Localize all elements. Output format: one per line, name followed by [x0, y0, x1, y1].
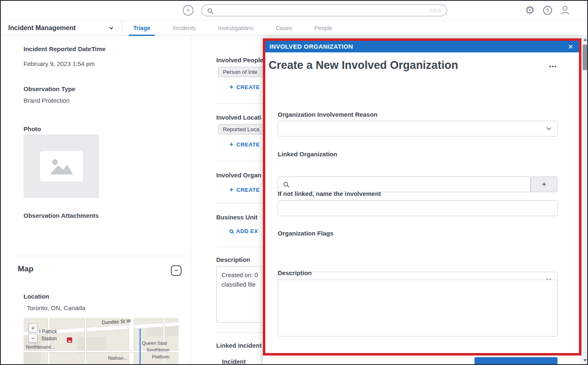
location-label: Location — [24, 293, 50, 300]
modal-header: INVOLVED ORGANIZATION × — [265, 40, 579, 52]
linked-incident-label: Linked Incident — [216, 342, 262, 349]
incident-reported-label: Incident Reported DateTime — [24, 45, 106, 52]
photo-label: Photo — [24, 125, 41, 132]
left-panel-divider — [14, 256, 186, 256]
search-icon — [283, 182, 288, 186]
create-involved-location-link[interactable]: + CREATE — [229, 141, 260, 148]
modal-description-label: Description — [278, 269, 312, 276]
map-road-university — [129, 318, 134, 364]
plus-icon: + — [542, 180, 546, 189]
incident-reported-value: February 9, 2023 1:54 pm — [24, 60, 95, 67]
tab-triage[interactable]: Triage — [122, 21, 161, 35]
modal-submit-button[interactable] — [475, 357, 557, 365]
map-section-title: Map — [18, 264, 33, 273]
minus-icon: − — [174, 267, 178, 274]
image-placeholder-icon — [40, 151, 83, 181]
involved-organizations-label: Involved Organ — [216, 172, 261, 179]
linked-organization-label: Linked Organization — [278, 151, 337, 158]
add-existing-business-unit-link[interactable]: ADD EX — [229, 228, 258, 234]
tab-incidents[interactable]: Incidents — [161, 21, 207, 35]
involved-locations-label: Involved Locati — [216, 114, 261, 121]
description-label: Description — [216, 256, 250, 263]
involvement-reason-select[interactable] — [278, 121, 557, 137]
map-label-nathan: Nathan... — [108, 356, 128, 360]
plus-icon: + — [229, 186, 234, 193]
zoom-in-button[interactable]: + — [28, 323, 38, 332]
map-street-label: Dundas St W — [102, 318, 131, 325]
location-map[interactable]: Dundas St W t Patrick Station Northbound… — [24, 318, 179, 364]
question-glyph: ? — [546, 7, 549, 14]
chevron-down-icon — [109, 25, 113, 29]
plus-icon: + — [186, 6, 190, 14]
modal-description-textarea[interactable] — [278, 280, 557, 337]
person-icon[interactable] — [560, 5, 571, 17]
search-options-icon[interactable] — [428, 9, 441, 12]
global-search[interactable] — [201, 4, 447, 16]
modal-title: Create a New Involved Organization — [269, 59, 458, 72]
app-navbar: Incident Management Triage Incidents Inv… — [0, 21, 588, 36]
topbar: + ⚙ ? — [0, 0, 588, 21]
observation-type-label: Observation Type — [24, 85, 76, 92]
not-linked-label: If not linked, name the involvement — [278, 190, 381, 197]
linked-incident-sub-label: Incident — [222, 358, 246, 365]
global-search-input[interactable] — [216, 7, 424, 14]
map-station-label: Station — [41, 336, 57, 341]
add-organization-button[interactable]: + — [531, 177, 557, 192]
scroll-down-icon[interactable] — [583, 359, 587, 362]
observation-type-value: Brand Protection — [24, 97, 70, 104]
column-divider — [191, 36, 191, 365]
create-involved-organization-link[interactable]: + CREATE — [229, 186, 260, 193]
search-icon — [229, 229, 233, 233]
map-road — [85, 318, 87, 364]
ttc-station-icon — [67, 337, 72, 343]
tab-bar: Triage Incidents Investigations Cases Pe… — [122, 21, 343, 35]
map-label-queen: Queen Stati — [142, 341, 167, 346]
tab-investigations[interactable]: Investigations — [207, 21, 264, 35]
more-options-icon[interactable]: ••• — [549, 63, 557, 69]
tab-cases[interactable]: Cases — [264, 21, 303, 35]
photo-thumbnail[interactable] — [24, 134, 99, 198]
map-transit-line — [139, 329, 141, 364]
involved-people-label: Involved People — [216, 57, 263, 64]
involved-organization-modal: INVOLVED ORGANIZATION × Create a New Inv… — [263, 38, 581, 365]
chevron-down-icon — [546, 125, 551, 130]
modal-header-title: INVOLVED ORGANIZATION — [269, 43, 353, 50]
help-icon[interactable]: ? — [543, 6, 552, 15]
zoom-out-button[interactable]: − — [28, 334, 38, 343]
organization-flags-label: Organization Flags — [278, 230, 333, 237]
location-value: Toronto, ON, Canada — [27, 304, 85, 311]
scrollbar-thumb[interactable] — [583, 45, 587, 70]
map-collapse-button[interactable]: − — [171, 265, 182, 276]
attachments-label: Observation Attachments — [24, 212, 99, 219]
involvement-name-input[interactable] — [278, 200, 557, 216]
map-label-platform: Platform — [152, 354, 170, 359]
plus-icon: + — [229, 141, 234, 148]
create-involved-person-link[interactable]: + CREATE — [229, 84, 260, 91]
search-icon — [208, 8, 212, 13]
gear-icon[interactable]: ⚙ — [525, 4, 535, 16]
map-label-northbound: Northbound... — [26, 344, 55, 349]
app-selector[interactable]: Incident Management — [0, 21, 122, 35]
map-zoom-controls: + − — [28, 323, 38, 343]
involvement-reason-label: Organization Involvement Reason — [278, 111, 378, 118]
business-unit-label: Business Unit — [216, 214, 257, 221]
quick-add-button[interactable]: + — [183, 5, 194, 16]
scroll-up-icon[interactable] — [583, 38, 587, 41]
close-icon[interactable]: × — [567, 42, 575, 51]
app-selector-label: Incident Management — [8, 24, 76, 32]
map-label-southbound: Southboun — [146, 347, 170, 352]
tab-people[interactable]: People — [303, 21, 344, 35]
vertical-scrollbar[interactable] — [581, 36, 588, 365]
map-station-label: t Patrick — [39, 329, 57, 334]
plus-icon: + — [229, 83, 234, 91]
